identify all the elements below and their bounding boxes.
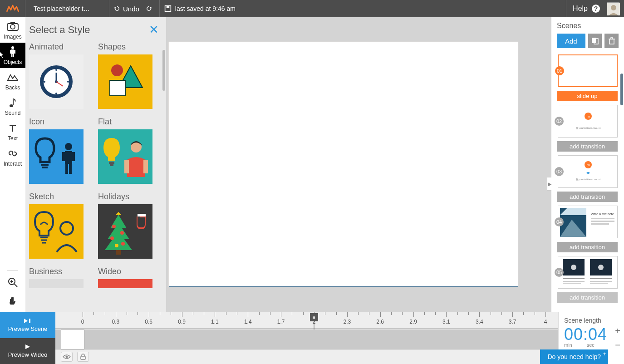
transition-button-5[interactable]: add transition: [557, 292, 618, 303]
svg-text:Write a title here: Write a title here: [591, 212, 614, 216]
rail-text[interactable]: Text: [0, 119, 25, 144]
svg-rect-82: [590, 278, 612, 279]
logo[interactable]: [0, 0, 25, 17]
tick-label: 1.7: [277, 319, 285, 325]
lock-icon: [80, 354, 86, 360]
svg-point-78: [598, 265, 604, 270]
svg-point-52: [120, 231, 124, 235]
mountains-icon: [0, 72, 25, 83]
tick-label: 1.1: [211, 319, 219, 325]
style-flat-thumb[interactable]: [98, 129, 152, 184]
svg-rect-13: [11, 54, 13, 57]
canvas[interactable]: [169, 42, 518, 287]
timeline-clip[interactable]: [61, 330, 84, 349]
transition-button-2[interactable]: add transition: [557, 141, 618, 152]
svg-rect-39: [69, 164, 72, 174]
svg-rect-36: [62, 152, 65, 161]
transition-button-3[interactable]: add transition: [557, 192, 618, 202]
style-animated-label: Animated: [29, 42, 84, 52]
add-scene-button[interactable]: Add: [557, 34, 585, 48]
user-avatar[interactable]: [607, 2, 619, 15]
style-shapes-thumb[interactable]: [98, 54, 152, 109]
undo-icon: [114, 5, 120, 12]
tick-label: 2.9: [409, 319, 417, 325]
save-button[interactable]: [164, 5, 172, 12]
svg-rect-74: [591, 223, 609, 225]
scenes-title: Scenes: [557, 22, 619, 30]
tick-label: 0: [81, 319, 84, 325]
save-icon: [164, 5, 172, 12]
svg-line-18: [14, 284, 17, 287]
help-button[interactable]: Help ?: [566, 0, 607, 17]
rail-sound[interactable]: Sound: [0, 93, 25, 119]
style-panel-title: Select a Style: [29, 24, 90, 36]
svg-point-27: [44, 81, 45, 83]
rail-objects[interactable]: Objects: [0, 43, 25, 68]
svg-text:m: m: [587, 114, 590, 118]
style-panel: Select a Style ✕ Animated Shapes Icon: [25, 17, 166, 312]
style-shapes-label: Shapes: [98, 42, 152, 52]
svg-text:?: ?: [594, 5, 598, 12]
duplicate-scene-button[interactable]: [588, 34, 602, 48]
style-business-thumb[interactable]: [29, 279, 84, 288]
svg-rect-31: [110, 80, 125, 96]
scene-item-5[interactable]: 05: [557, 256, 619, 289]
help-float-button[interactable]: Do you need help? +: [540, 349, 608, 364]
length-minus-button[interactable]: −: [615, 340, 620, 350]
zoom-button[interactable]: [7, 277, 18, 290]
svg-rect-84: [590, 283, 608, 284]
transition-button-1[interactable]: slide up: [557, 91, 618, 101]
rail-images[interactable]: Images: [0, 17, 25, 43]
style-icon-thumb[interactable]: [29, 129, 84, 184]
length-plus-button[interactable]: +: [615, 326, 620, 336]
style-sketch-thumb[interactable]: [29, 204, 84, 259]
rail-backs[interactable]: Backs: [0, 68, 25, 93]
lock-toggle-button[interactable]: [77, 352, 89, 362]
preview-scene-button[interactable]: Preview Scene: [0, 312, 55, 338]
svg-point-26: [55, 93, 57, 94]
scene-item-3[interactable]: 03 m@yourtwitteraccount: [557, 155, 619, 188]
visibility-toggle-button[interactable]: [61, 352, 73, 362]
svg-rect-72: [591, 218, 614, 219]
sketch-icon: [31, 207, 81, 256]
undo-button[interactable]: Undo: [114, 5, 139, 13]
project-title[interactable]: Test placeholder t…: [25, 0, 109, 17]
svg-point-7: [10, 25, 15, 29]
sec-label: sec: [587, 342, 595, 348]
delete-scene-button[interactable]: [604, 34, 619, 48]
style-wideo-thumb[interactable]: [98, 279, 152, 288]
flat-illustration-icon: [98, 132, 152, 182]
tick-label: 2.3: [344, 319, 351, 325]
transition-button-4[interactable]: add transition: [557, 242, 618, 252]
shapes-icon: [103, 61, 148, 102]
svg-text:@yourtwitteraccount: @yourtwitteraccount: [576, 127, 601, 129]
bulb-person-icon: [31, 134, 81, 179]
zoom-icon: [7, 277, 18, 288]
style-animated-thumb[interactable]: [29, 54, 84, 109]
top-bar: Test placeholder t… Undo last saved at 9…: [0, 0, 624, 17]
panel-scrollbar[interactable]: [162, 50, 165, 91]
scene-item-4[interactable]: 04 Write a title here: [557, 206, 619, 238]
rail-interact[interactable]: Interact: [0, 144, 25, 170]
style-holidays-thumb[interactable]: [98, 204, 152, 259]
holiday-tree-icon: [100, 207, 150, 256]
scene-item-1[interactable]: 01: [557, 54, 619, 87]
scene-item-2[interactable]: 02 m@yourtwitteraccount: [557, 105, 619, 138]
svg-rect-80: [563, 281, 585, 282]
redo-button[interactable]: [143, 5, 155, 12]
tick-label: 0.9: [178, 319, 186, 325]
cursor-icon: [0, 51, 5, 59]
svg-rect-89: [81, 356, 85, 359]
timeline-track[interactable]: [55, 330, 558, 349]
tick-label: 0.3: [112, 319, 120, 325]
scenes-scrollbar[interactable]: [620, 74, 623, 105]
timeline-ruler[interactable]: 00.30.60.91.11.41.722.32.62.93.13.43.74≡: [55, 312, 558, 329]
svg-rect-44: [143, 160, 148, 173]
svg-marker-85: [24, 319, 28, 323]
pan-button[interactable]: [8, 296, 18, 308]
svg-rect-12: [14, 50, 15, 54]
duplicate-icon: [591, 37, 599, 44]
svg-point-77: [571, 265, 576, 270]
preview-wideo-button[interactable]: Preview Wideo: [0, 338, 55, 364]
close-icon[interactable]: ✕: [149, 23, 159, 37]
